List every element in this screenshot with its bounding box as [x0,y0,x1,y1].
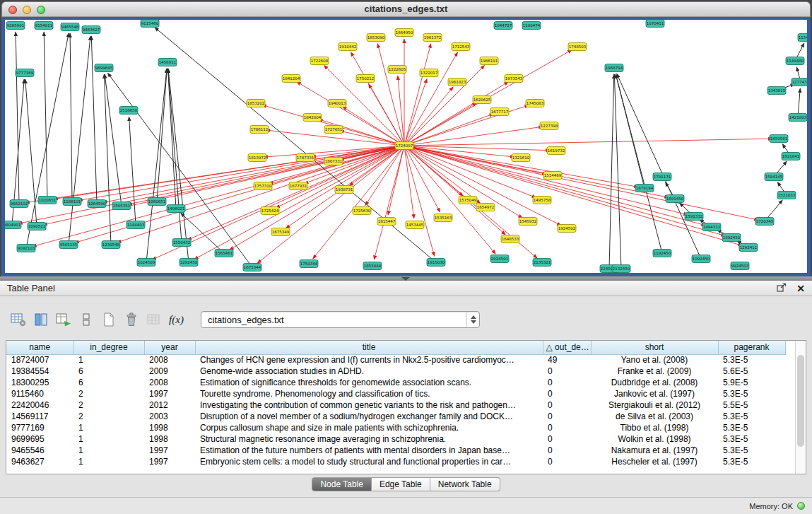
cell-pagerank[interactable]: 5.3E-5 [718,456,785,467]
cell-in_degree[interactable]: 1 [73,422,144,433]
minimize-window-button[interactable] [23,6,31,14]
cell-year[interactable]: 1997 [144,445,195,456]
graph-node[interactable]: 1841204 [282,75,300,83]
graph-node[interactable]: 9465546 [61,23,79,31]
graph-node[interactable]: 9662102 [10,200,28,208]
table-row[interactable]: 946554611997Estimation of the future num… [6,445,785,456]
graph-node[interactable]: 1750212 [356,75,375,83]
cell-in_degree[interactable]: 2 [73,388,144,399]
column-header-short[interactable]: short [591,341,718,354]
graph-node[interactable]: 1456911 [158,59,177,66]
graph-node[interactable]: 1748503 [568,43,587,51]
network-canvas[interactable]: 1724097185320217861121813972175731017254… [5,20,807,273]
graph-node[interactable]: 1591332 [685,213,703,221]
function-builder-button[interactable]: f(x) [167,310,186,329]
cell-title[interactable]: Corpus callosum shape and size in male p… [195,422,543,433]
cell-title[interactable]: Embryonic stem cells: a model to study s… [195,456,543,467]
graph-node[interactable]: 1550432 [172,239,191,247]
graph-node[interactable]: 9699695 [95,64,113,72]
cell-title[interactable]: Estimation of the future numbers of pati… [195,445,543,456]
graph-node[interactable]: 1620625 [473,96,491,104]
cell-pagerank[interactable]: 5.9E-5 [718,377,785,388]
graph-node[interactable]: 1188101 [63,198,81,206]
scrollbar-thumb[interactable] [797,355,804,447]
table-vertical-scrollbar[interactable] [795,341,806,474]
graph-node[interactable]: 1227398 [540,122,558,130]
graph-node[interactable]: 1973543 [505,75,523,83]
graph-node[interactable]: 1675344 [243,264,261,271]
graph-node[interactable]: 1321610 [512,154,530,162]
table-row[interactable]: 946362711997Embryonic stem cells: a mode… [6,456,785,467]
graph-node[interactable]: 1757310 [254,182,272,190]
cell-year[interactable]: 1998 [144,422,195,433]
cell-out_degree[interactable]: 0 [543,456,591,467]
graph-node[interactable]: 1264590 [88,200,106,208]
graph-node[interactable]: 1791131 [653,173,671,181]
graph-node[interactable]: 1044727 [494,22,512,30]
table-row[interactable]: 1456911722003Disruption of a novel membe… [6,411,785,422]
table-row[interactable]: 1872400712008Changes of HCN gene express… [6,354,785,366]
cell-pagerank[interactable]: 5.3E-5 [718,354,785,366]
cell-year[interactable]: 2003 [144,411,195,422]
cell-year[interactable]: 2009 [144,366,195,377]
graph-node[interactable]: 1879194 [635,185,654,192]
tab-edge-table[interactable]: Edge Table [372,477,430,491]
new-table-button[interactable] [99,310,118,329]
graph-node[interactable]: 1691450 [666,195,684,203]
graph-node[interactable]: 1786112 [250,126,269,134]
column-header-in_degree[interactable]: in_degree [73,341,144,354]
cell-name[interactable]: 14569117 [6,411,73,422]
cell-short[interactable]: de Silva et al. (2003) [591,411,718,422]
cell-short[interactable]: Nakamura et al. (1997) [591,445,718,456]
graph-node[interactable]: 1842004 [303,114,322,122]
graph-node[interactable]: 1070411 [646,20,664,28]
graph-node[interactable]: 9463627 [82,26,100,34]
cell-year[interactable]: 1998 [144,433,195,445]
cell-out_degree[interactable]: 0 [543,422,591,433]
cell-in_degree[interactable]: 6 [73,377,144,388]
cell-pagerank[interactable]: 5.3E-5 [718,422,785,433]
graph-node[interactable]: 2132450 [612,265,630,273]
graph-node[interactable]: 1677717 [490,108,509,116]
graph-node[interactable]: 9285901 [6,22,25,30]
graph-node[interactable]: 1154808 [798,34,807,42]
graph-node[interactable]: 1654972 [476,204,495,211]
cell-out_degree[interactable]: 0 [543,433,591,445]
graph-node[interactable]: 1545932 [519,218,537,226]
graph-node[interactable]: 1750344 [300,260,318,268]
graph-node[interactable]: 1535163 [434,214,452,222]
graph-node[interactable]: 1090521 [28,223,46,230]
cell-in_degree[interactable]: 2 [73,399,144,411]
cell-title[interactable]: Changes of HCN gene expression and I(f) … [195,354,543,366]
graph-node[interactable]: 1092450 [692,255,710,263]
graph-node[interactable]: 1292450 [180,259,198,267]
graph-node[interactable]: 1514469 [543,172,562,180]
graph-node[interactable]: 1813972 [248,154,266,162]
graph-node[interactable]: 1584145 [765,173,783,181]
graph-node[interactable]: 1322017 [420,69,438,77]
graph-node[interactable]: 1292411 [739,244,758,252]
cell-name[interactable]: 9465546 [6,445,73,456]
cell-out_degree[interactable]: 0 [543,366,591,377]
graph-node[interactable]: 9092103 [17,245,35,252]
table-options-button[interactable] [8,310,28,329]
cell-in_degree[interactable]: 1 [73,456,144,467]
cell-pagerank[interactable]: 5.3E-5 [718,445,785,456]
cell-name[interactable]: 9699695 [6,433,73,445]
cell-pagerank[interactable]: 5.3E-5 [718,433,785,445]
cell-short[interactable]: Hescheler et al. (1997) [591,456,718,467]
graph-node[interactable]: 1421803 [789,114,807,122]
cell-short[interactable]: Tibbo et al. (1998) [591,422,718,433]
graph-node[interactable]: 1724097 [395,142,413,150]
graph-node[interactable]: 1787331 [296,154,314,162]
graph-node[interactable]: 1149480 [786,57,804,65]
table-row[interactable]: 1938455462009Genome-wide association stu… [6,366,785,377]
cell-name[interactable]: 18300295 [6,377,73,388]
graph-node[interactable]: 1938731 [335,186,353,194]
cell-title[interactable]: Structural magnetic resonance image aver… [195,433,543,445]
cell-short[interactable]: Jankovic et al. (1997) [591,388,718,399]
cell-name[interactable]: 9115460 [6,388,73,399]
table-row[interactable]: 2242004622012Investigating the contribut… [6,399,785,411]
cell-name[interactable]: 9777169 [6,422,73,433]
graph-node[interactable]: 1343815 [767,87,786,95]
